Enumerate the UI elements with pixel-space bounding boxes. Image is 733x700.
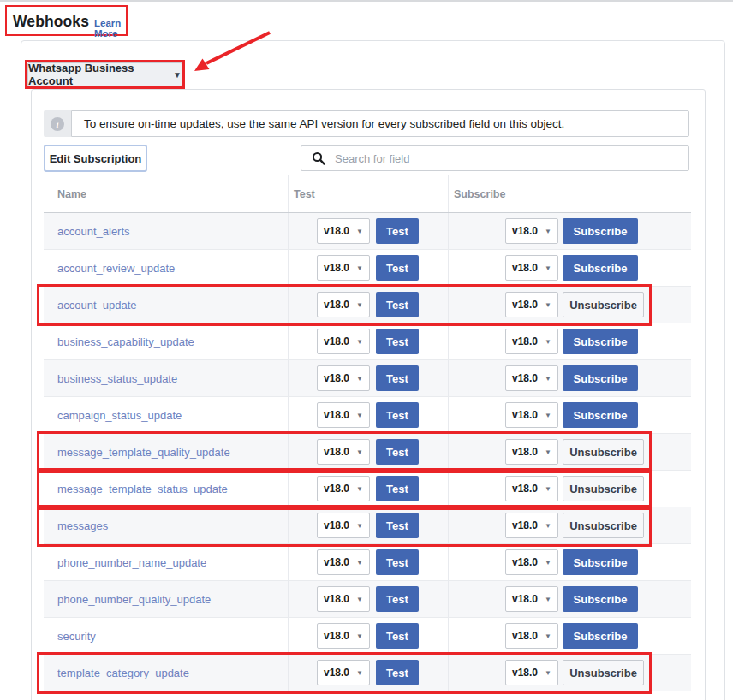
test-version-select[interactable]: v18.0 ▼: [317, 623, 370, 649]
subscribe-version-select[interactable]: v18.0 ▼: [505, 586, 558, 612]
row-name-link[interactable]: business_status_update: [57, 372, 177, 385]
table-row: business_capability_update v18.0 ▼ Test …: [44, 323, 691, 360]
subscribe-version-select[interactable]: v18.0 ▼: [505, 255, 558, 281]
test-version-select[interactable]: v18.0 ▼: [317, 329, 370, 354]
fields-table: Name Test Subscribe account_alerts v18.0…: [44, 175, 691, 691]
test-button[interactable]: Test: [376, 660, 419, 685]
test-version-select[interactable]: v18.0 ▼: [317, 402, 370, 428]
test-button[interactable]: Test: [376, 402, 419, 428]
row-name-link[interactable]: messages: [57, 519, 108, 532]
caret-down-icon: ▼: [545, 559, 551, 567]
test-button[interactable]: Test: [376, 439, 419, 465]
subscribe-version-select[interactable]: v18.0 ▼: [505, 218, 558, 244]
test-button[interactable]: Test: [376, 549, 419, 575]
row-name-link[interactable]: phone_number_name_update: [57, 556, 206, 569]
caret-down-icon: ▼: [545, 375, 551, 383]
test-version-select[interactable]: v18.0 ▼: [317, 365, 370, 391]
subscribe-button[interactable]: Subscribe: [563, 549, 638, 575]
unsubscribe-button[interactable]: Unsubscribe: [563, 292, 644, 317]
test-version-select[interactable]: v18.0 ▼: [317, 513, 370, 538]
caret-down-icon: ▼: [356, 338, 363, 346]
caret-down-icon: ▼: [356, 632, 363, 640]
caret-down-icon: ▼: [545, 228, 551, 235]
caret-down-icon: ▼: [356, 375, 363, 383]
object-selector-annotation-box: Whatsapp Business Account ▼: [25, 60, 185, 89]
test-version-select[interactable]: v18.0 ▼: [317, 586, 370, 612]
webhooks-title-annotation-box: Webhooks Learn More: [5, 5, 128, 36]
table-row: security v18.0 ▼ Test v18.0 ▼ Subscribe: [44, 618, 691, 655]
test-version-select[interactable]: v18.0 ▼: [317, 218, 370, 244]
subscribe-version-select[interactable]: v18.0 ▼: [505, 549, 558, 575]
test-version-select[interactable]: v18.0 ▼: [317, 660, 370, 685]
unsubscribe-button[interactable]: Unsubscribe: [563, 513, 644, 538]
column-header-name: Name: [44, 175, 288, 212]
subscribe-button[interactable]: Subscribe: [563, 365, 638, 391]
object-type-label: Whatsapp Business Account: [28, 62, 165, 87]
info-icon: i: [51, 117, 64, 131]
subscribe-version-select[interactable]: v18.0 ▼: [505, 292, 558, 317]
search-input[interactable]: [335, 152, 680, 165]
test-button[interactable]: Test: [376, 586, 419, 612]
test-button[interactable]: Test: [376, 513, 419, 538]
row-name-link[interactable]: account_update: [57, 299, 137, 311]
subscribe-version-select[interactable]: v18.0 ▼: [505, 439, 558, 465]
table-row: phone_number_name_update v18.0 ▼ Test v1…: [44, 544, 691, 581]
subscribe-button[interactable]: Subscribe: [563, 623, 638, 649]
table-row: account_update v18.0 ▼ Test v18.0 ▼ Unsu…: [44, 287, 691, 323]
row-name-link[interactable]: campaign_status_update: [57, 409, 182, 422]
subscribe-button[interactable]: Subscribe: [563, 255, 638, 281]
test-version-select[interactable]: v18.0 ▼: [317, 255, 370, 281]
test-button[interactable]: Test: [376, 218, 419, 244]
row-name-link[interactable]: business_capability_update: [57, 335, 194, 348]
learn-more-link[interactable]: Learn More: [94, 18, 126, 39]
subscribe-version-select[interactable]: v18.0 ▼: [505, 476, 558, 501]
subscribe-version-select[interactable]: v18.0 ▼: [505, 660, 558, 685]
page-root: Webhooks Learn More Whatsapp Business Ac…: [0, 0, 733, 700]
caret-down-icon: ▼: [545, 448, 551, 456]
caret-down-icon: ▼: [545, 301, 551, 309]
test-version-select[interactable]: v18.0 ▼: [317, 439, 370, 465]
test-button[interactable]: Test: [376, 623, 419, 649]
table-row: business_status_update v18.0 ▼ Test v18.…: [44, 360, 691, 397]
row-name-link[interactable]: account_alerts: [57, 225, 130, 238]
row-name-link[interactable]: message_template_quality_update: [57, 446, 230, 459]
object-type-dropdown[interactable]: Whatsapp Business Account ▼: [27, 62, 182, 86]
test-button[interactable]: Test: [376, 365, 419, 391]
test-version-select[interactable]: v18.0 ▼: [317, 476, 370, 501]
field-search-box[interactable]: [301, 145, 689, 171]
row-name-link[interactable]: phone_number_quality_update: [57, 593, 211, 606]
subscribe-version-select[interactable]: v18.0 ▼: [505, 513, 558, 538]
row-name-link[interactable]: template_category_update: [57, 667, 189, 679]
subscribe-version-select[interactable]: v18.0 ▼: [505, 623, 558, 649]
row-name-link[interactable]: security: [57, 630, 96, 643]
test-button[interactable]: Test: [376, 255, 419, 281]
info-banner-icon-block: i: [44, 110, 71, 137]
caret-down-icon: ▼: [545, 338, 551, 346]
subscribe-button[interactable]: Subscribe: [563, 218, 638, 244]
table-row: account_alerts v18.0 ▼ Test v18.0 ▼ Subs…: [44, 213, 691, 250]
caret-down-icon: ▼: [356, 448, 363, 456]
row-name-link[interactable]: account_review_update: [57, 262, 175, 275]
row-name-link[interactable]: message_template_status_update: [57, 483, 228, 495]
test-button[interactable]: Test: [376, 476, 419, 501]
caret-down-icon: ▼: [356, 522, 363, 530]
caret-down-icon: ▼: [545, 632, 551, 640]
unsubscribe-button[interactable]: Unsubscribe: [563, 476, 644, 501]
caret-down-icon: ▼: [356, 559, 363, 567]
test-button[interactable]: Test: [376, 292, 419, 317]
subscribe-button[interactable]: Subscribe: [563, 402, 638, 428]
edit-subscription-button[interactable]: Edit Subscription: [44, 145, 147, 172]
subscribe-button[interactable]: Subscribe: [563, 586, 638, 612]
test-version-select[interactable]: v18.0 ▼: [317, 292, 370, 317]
test-button[interactable]: Test: [376, 329, 419, 354]
test-version-select[interactable]: v18.0 ▼: [317, 549, 370, 575]
unsubscribe-button[interactable]: Unsubscribe: [563, 439, 644, 465]
subscribe-version-select[interactable]: v18.0 ▼: [505, 329, 558, 354]
subscribe-button[interactable]: Subscribe: [563, 329, 638, 354]
subscribe-version-select[interactable]: v18.0 ▼: [505, 402, 558, 428]
info-banner-text: To ensure on-time updates, use the same …: [71, 110, 689, 137]
unsubscribe-button[interactable]: Unsubscribe: [563, 660, 644, 685]
caret-down-icon: ▼: [545, 522, 551, 530]
subscribe-version-select[interactable]: v18.0 ▼: [505, 365, 558, 391]
caret-down-icon: ▼: [356, 669, 363, 677]
